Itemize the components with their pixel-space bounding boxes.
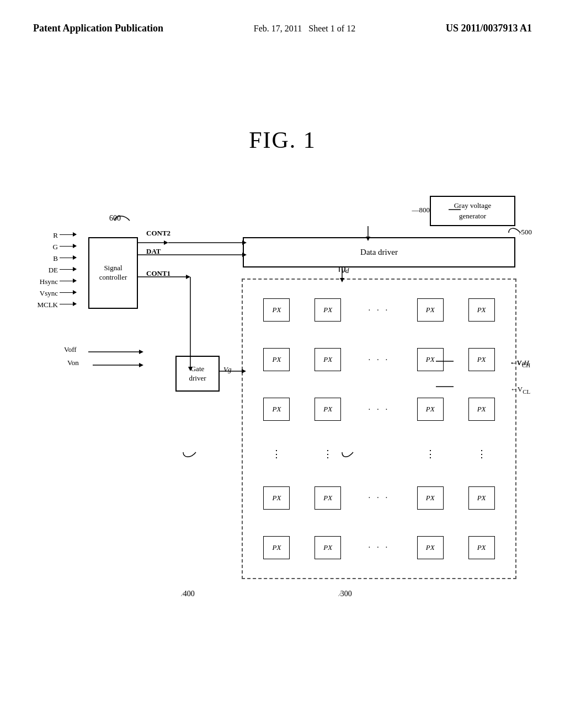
pixel-row-1: PX PX · · · PX PX <box>251 298 507 322</box>
figure-title: FIG. 1 <box>0 127 565 153</box>
signal-de-label: DE <box>33 266 58 274</box>
px-cell: PX <box>263 486 290 510</box>
dots-v: ⋮ <box>417 448 444 460</box>
cont1-label: CONT1 <box>146 269 170 278</box>
px-cell: PX <box>263 398 290 421</box>
dots-v: ⋮ <box>263 448 290 460</box>
px-cell: PX <box>263 298 290 322</box>
pixel-row-dots: ⋮ ⋮ ⋮ ⋮ <box>251 448 507 460</box>
gray-voltage-block: Gray voltage generator <box>430 196 515 226</box>
signal-b: B <box>33 255 76 262</box>
label-400: ∕400 <box>182 590 195 598</box>
dots-h: · · · <box>366 543 392 552</box>
signal-r: R <box>33 232 76 239</box>
signal-mclk-label: MCLK <box>33 301 58 308</box>
px-cell: PX <box>263 348 290 371</box>
cont2-label: CONT2 <box>146 229 170 238</box>
dat-label: DAT <box>146 247 161 256</box>
px-cell: PX <box>417 486 444 510</box>
px-cell: PX <box>315 486 341 510</box>
px-cell: PX <box>468 348 495 371</box>
px-cell: PX <box>468 398 495 421</box>
vd-label: Vd <box>341 266 349 275</box>
px-cell: PX <box>315 298 341 322</box>
px-cell: PX <box>417 298 444 322</box>
voff-label: Voff <box>64 345 77 354</box>
vch-label-formatted: ←VCH <box>510 358 530 368</box>
label-600: 600 <box>109 214 121 223</box>
pixel-row-3: PX PX · · · PX PX <box>251 398 507 421</box>
pixel-row-2: PX PX · · · PX PX <box>251 348 507 371</box>
dots-h: · · · <box>366 405 392 414</box>
px-cell: PX <box>417 398 444 421</box>
px-cell: PX <box>315 398 341 421</box>
px-cell: PX <box>315 536 341 559</box>
dots-h: · · · <box>366 355 392 365</box>
px-cell: PX <box>263 536 290 559</box>
pixel-array: PX PX · · · PX PX PX PX · · · PX PX PX P… <box>242 279 516 579</box>
vcl-label-formatted: ←VCL <box>510 385 530 395</box>
publication-date: Feb. 17, 2011 <box>254 24 302 33</box>
signal-hsync: Hsync <box>33 278 76 285</box>
svg-marker-1 <box>164 240 168 245</box>
signal-vsync-label: Vsync <box>33 290 58 297</box>
dots-v: ⋮ <box>315 448 341 460</box>
sheet-info: Sheet 1 of 12 <box>308 24 355 33</box>
signal-controller-block: Signal controller <box>88 237 138 309</box>
gate-driver-block: Gate driver <box>175 356 220 392</box>
von-label: Von <box>67 358 79 367</box>
signal-vsync: Vsync <box>33 290 76 297</box>
label-300: ∕300 <box>339 590 352 598</box>
dots-h: · · · <box>366 306 392 315</box>
signal-de: DE <box>33 266 76 274</box>
signal-hsync-label: Hsync <box>33 278 58 285</box>
pixel-row-6: PX PX · · · PX PX <box>251 536 507 559</box>
signal-r-label: R <box>33 232 58 239</box>
signal-mclk: MCLK <box>33 301 76 308</box>
signal-g: G <box>33 243 76 250</box>
label-800: —800 <box>412 206 430 215</box>
svg-marker-22 <box>139 363 143 367</box>
px-cell: PX <box>468 298 495 322</box>
data-driver-block: Data driver <box>243 237 515 267</box>
dots-h: · · · <box>366 493 392 502</box>
svg-marker-7 <box>186 275 190 279</box>
signal-b-label: B <box>33 255 58 262</box>
svg-marker-20 <box>139 350 143 354</box>
vg-label: Vg <box>223 365 231 374</box>
input-signals-group: R G B DE Hsync <box>33 232 76 313</box>
px-cell: PX <box>315 348 341 371</box>
px-cell: PX <box>417 348 444 371</box>
patent-publication-label: Patent Application Publication <box>33 22 163 35</box>
header-center-info: Feb. 17, 2011 Sheet 1 of 12 <box>254 22 355 35</box>
patent-number: US 2011/0037913 A1 <box>446 22 532 35</box>
label-500: ∕500 <box>520 228 532 237</box>
px-cell: PX <box>468 536 495 559</box>
px-cell: PX <box>468 486 495 510</box>
dots-v: ⋮ <box>468 448 495 460</box>
pixel-row-5: PX PX · · · PX PX <box>251 486 507 510</box>
signal-g-label: G <box>33 243 58 250</box>
px-cell: PX <box>417 536 444 559</box>
